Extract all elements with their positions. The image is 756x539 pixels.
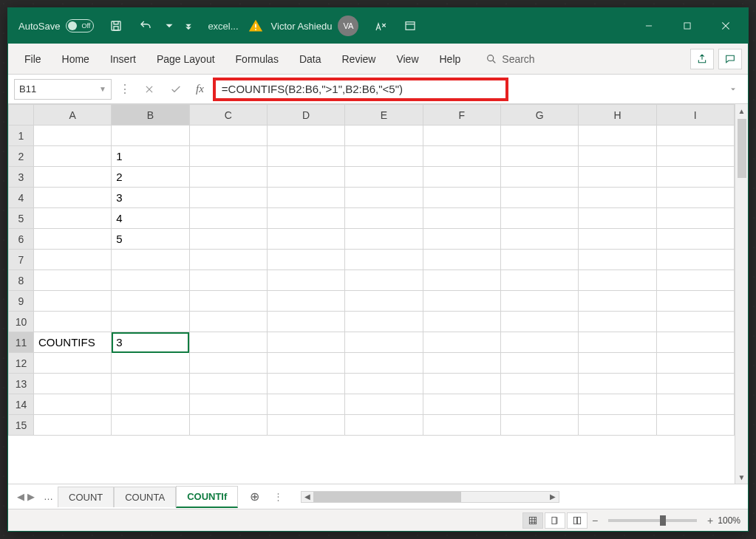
cell-D3[interactable] [267, 167, 344, 188]
cell-A4[interactable] [34, 188, 112, 208]
cell-F5[interactable] [423, 208, 500, 229]
row-header-12[interactable]: 12 [9, 353, 34, 374]
quick-access-more[interactable] [178, 8, 199, 44]
cell-E1[interactable] [345, 126, 423, 146]
cell-D7[interactable] [267, 250, 344, 270]
cell-B4[interactable]: 3 [112, 188, 189, 208]
cell-I15[interactable] [656, 415, 734, 436]
autosave-toggle[interactable]: Off [66, 19, 94, 32]
cell-C9[interactable] [189, 291, 267, 312]
ribbon-tab-help[interactable]: Help [429, 46, 471, 72]
scroll-up[interactable]: ▲ [738, 104, 746, 117]
cell-I9[interactable] [656, 291, 734, 312]
cell-I12[interactable] [656, 353, 734, 374]
cell-H8[interactable] [579, 270, 656, 291]
row-header-3[interactable]: 3 [9, 167, 34, 188]
cell-H11[interactable] [579, 332, 656, 353]
horizontal-scrollbar[interactable]: ◀ ▶ [301, 491, 559, 503]
cell-G8[interactable] [500, 270, 578, 291]
cell-G6[interactable] [500, 229, 578, 250]
cell-B11[interactable]: 3 [112, 332, 189, 353]
cell-I14[interactable] [656, 394, 734, 415]
cell-F4[interactable] [423, 188, 500, 208]
scroll-left[interactable]: ◀ [302, 492, 313, 501]
sheet-tab-countif[interactable]: COUNTIf [176, 486, 238, 508]
ribbon-display-button[interactable] [395, 8, 425, 44]
zoom-slider[interactable] [608, 519, 697, 522]
cell-E12[interactable] [345, 353, 423, 374]
cell-E4[interactable] [345, 188, 423, 208]
cell-I2[interactable] [656, 146, 734, 167]
cell-C8[interactable] [189, 270, 267, 291]
expand-formula-bar[interactable] [724, 85, 742, 94]
cell-C5[interactable] [189, 208, 267, 229]
cell-B6[interactable]: 5 [112, 229, 189, 250]
row-header-13[interactable]: 13 [9, 374, 34, 394]
cell-B1[interactable] [112, 126, 189, 146]
cell-I8[interactable] [656, 270, 734, 291]
view-page-break[interactable] [567, 512, 588, 529]
cell-D12[interactable] [267, 353, 344, 374]
cell-C12[interactable] [189, 353, 267, 374]
tab-nav-next[interactable]: ▶ [27, 491, 35, 502]
cell-D11[interactable] [267, 332, 344, 353]
tell-me-search[interactable]: Search [486, 53, 534, 65]
cell-C2[interactable] [189, 146, 267, 167]
cell-G7[interactable] [500, 250, 578, 270]
cell-D1[interactable] [267, 126, 344, 146]
maximize-button[interactable] [668, 8, 706, 44]
cell-I13[interactable] [656, 374, 734, 394]
cell-F13[interactable] [423, 374, 500, 394]
column-header-C[interactable]: C [189, 105, 267, 126]
row-header-2[interactable]: 2 [9, 146, 34, 167]
cell-B15[interactable] [112, 415, 189, 436]
cell-F7[interactable] [423, 250, 500, 270]
cell-A10[interactable] [34, 312, 112, 332]
cell-F6[interactable] [423, 229, 500, 250]
cell-G1[interactable] [500, 126, 578, 146]
cell-G11[interactable] [500, 332, 578, 353]
cell-I11[interactable] [656, 332, 734, 353]
row-header-8[interactable]: 8 [9, 270, 34, 291]
cell-E10[interactable] [345, 312, 423, 332]
cell-H2[interactable] [579, 146, 656, 167]
add-sheet-button[interactable]: ⊕ [244, 487, 265, 507]
tab-nav-prev[interactable]: ◀ [17, 491, 24, 502]
cell-H13[interactable] [579, 374, 656, 394]
cell-B14[interactable] [112, 394, 189, 415]
column-header-F[interactable]: F [423, 105, 500, 126]
cell-E7[interactable] [345, 250, 423, 270]
cell-I3[interactable] [656, 167, 734, 188]
cell-D4[interactable] [267, 188, 344, 208]
cell-B2[interactable]: 1 [112, 146, 189, 167]
cell-C14[interactable] [189, 394, 267, 415]
cell-H4[interactable] [579, 188, 656, 208]
cell-B10[interactable] [112, 312, 189, 332]
cell-F9[interactable] [423, 291, 500, 312]
cell-G14[interactable] [500, 394, 578, 415]
cell-B8[interactable] [112, 270, 189, 291]
cell-H9[interactable] [579, 291, 656, 312]
cell-C15[interactable] [189, 415, 267, 436]
scroll-right[interactable]: ▶ [547, 492, 559, 501]
cell-A13[interactable] [34, 374, 112, 394]
cell-A6[interactable] [34, 229, 112, 250]
view-page-layout[interactable] [545, 512, 565, 529]
column-header-H[interactable]: H [579, 105, 656, 126]
ribbon-tab-formulas[interactable]: Formulas [225, 46, 289, 72]
cell-A12[interactable] [34, 353, 112, 374]
cell-I7[interactable] [656, 250, 734, 270]
cell-C11[interactable] [189, 332, 267, 353]
fx-label[interactable]: fx [191, 83, 208, 95]
cell-B5[interactable]: 4 [112, 208, 189, 229]
row-header-7[interactable]: 7 [9, 250, 34, 270]
cell-C7[interactable] [189, 250, 267, 270]
row-header-10[interactable]: 10 [9, 312, 34, 332]
file-tab[interactable]: File [14, 46, 52, 72]
formula-input[interactable]: =COUNTIFS(B2:B6,">1",B2:B6,"<5") [213, 78, 508, 101]
cell-E8[interactable] [345, 270, 423, 291]
undo-button[interactable] [131, 8, 160, 44]
cell-G2[interactable] [500, 146, 578, 167]
row-header-4[interactable]: 4 [9, 188, 34, 208]
cell-E14[interactable] [345, 394, 423, 415]
